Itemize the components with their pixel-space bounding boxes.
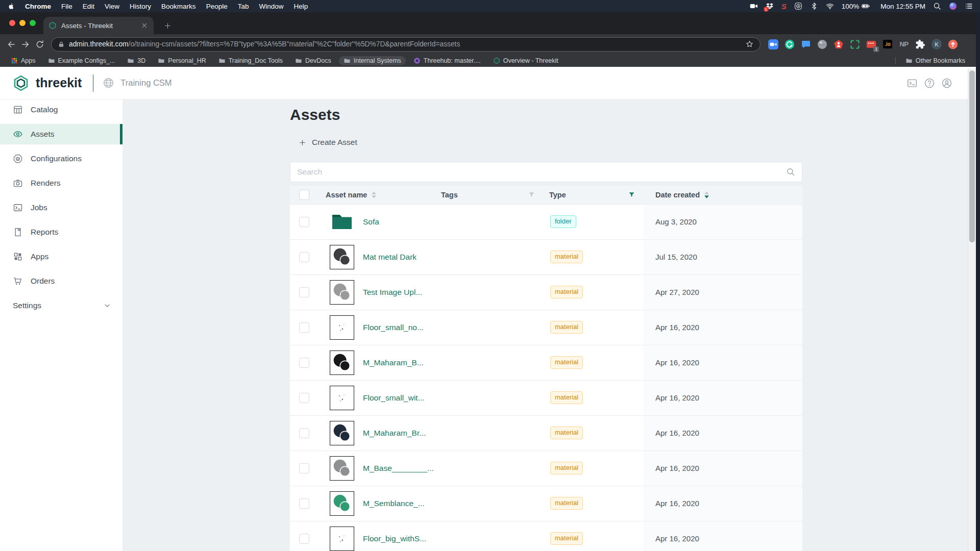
table-row[interactable]: M_Maharam_B... material Apr 16, 2020 [290,345,802,381]
asset-name-link[interactable]: Floor_small_no... [363,323,424,332]
sidebar-item-apps[interactable]: Apps [0,246,122,267]
row-checkbox[interactable] [299,217,309,227]
row-checkbox[interactable] [299,428,309,438]
other-bookmarks[interactable]: Other Bookmarks [901,56,970,65]
dropbox-icon[interactable]: 1 [766,2,774,10]
sidebar-item-jobs[interactable]: Jobs [0,197,122,218]
search-input[interactable] [297,167,786,177]
row-checkbox[interactable] [299,463,309,473]
sidebar-item-configurations[interactable]: Configurations [0,148,122,169]
menu-people[interactable]: People [206,3,228,10]
org-switcher[interactable]: Training CSM [103,77,172,89]
control-list-icon[interactable] [965,2,973,10]
ext-update-icon[interactable] [948,39,958,49]
column-header-date-created[interactable]: Date created [643,186,802,204]
asset-name-link[interactable]: Test Image Upl... [363,288,422,297]
video-camera-icon[interactable] [750,2,758,10]
table-row[interactable]: M_Semblance_... material Apr 16, 2020 [290,486,802,521]
io-extension-icon[interactable]: .io [883,39,893,49]
type-filter-icon-active[interactable] [628,191,635,198]
bookmark-internal-systems[interactable]: Internal Systems [339,56,406,65]
sort-carets[interactable] [372,191,376,198]
asset-name-link[interactable]: M_Maharam_Br... [363,429,426,438]
ext-zoom-icon[interactable] [768,39,778,49]
bookmark-example-configs-[interactable]: Example Configs_... [43,56,120,65]
asset-name-link[interactable]: Sofa [363,217,379,227]
bookmark-overview-threekit[interactable]: Overview - Threekit [488,56,563,65]
bookmark-star-icon[interactable] [745,40,754,48]
wifi-icon[interactable] [826,2,834,10]
ext-deathstar-icon[interactable] [817,39,827,49]
row-checkbox[interactable] [299,534,309,544]
bookmark-training-doc-tools[interactable]: Training_Doc Tools [214,56,287,65]
menu-bookmarks[interactable]: Bookmarks [161,3,196,10]
row-checkbox[interactable] [299,393,309,403]
sidebar-item-catalog[interactable]: Catalog [0,99,122,120]
menu-edit[interactable]: Edit [83,3,94,10]
ext-chat-icon[interactable] [801,39,811,49]
row-checkbox[interactable] [299,252,309,262]
asset-name-link[interactable]: M_Maharam_B... [363,358,424,367]
menu-view[interactable]: View [105,3,119,10]
menu-help[interactable]: Help [293,3,308,10]
browser-tab[interactable]: Assets - Threekit [43,17,154,34]
menu-tab[interactable]: Tab [238,3,249,10]
table-row[interactable]: Mat metal Dark material Jul 15, 2020 [290,240,802,275]
row-checkbox[interactable] [299,358,309,368]
help-icon[interactable] [924,78,935,89]
sidebar-item-assets[interactable]: Assets [0,124,122,144]
table-row[interactable]: Floor_small_wit... material Apr 16, 2020 [290,381,802,416]
table-row[interactable]: Floor_small_no... material Apr 16, 2020 [290,310,802,345]
battery-indicator[interactable]: 100% [842,2,873,10]
table-row[interactable]: Sofa folder Aug 3, 2020 [290,205,802,240]
sort-carets[interactable] [704,191,709,198]
asset-name-link[interactable]: Mat metal Dark [363,253,416,262]
s-logo-icon[interactable]: S [781,2,787,11]
profile-avatar[interactable]: K [932,39,942,49]
minimize-window-button[interactable] [19,20,26,26]
back-button[interactable] [4,37,18,52]
close-window-button[interactable] [9,20,15,26]
table-row[interactable]: Floor_big_withS... material Apr 16, 2020 [290,521,802,551]
spotlight-icon[interactable] [933,2,941,10]
menu-chrome[interactable]: Chrome [25,3,51,10]
address-bar[interactable]: admin.threekit.com/o/training-csm/assets… [51,37,761,52]
sidebar-item-orders[interactable]: Orders [0,271,122,291]
column-header-asset-name[interactable]: Asset name [316,186,441,204]
ext-redshield-icon[interactable] [834,39,844,49]
maximize-window-button[interactable] [30,20,36,26]
apple-icon[interactable] [7,3,15,10]
search-icon[interactable] [786,167,795,177]
row-checkbox[interactable] [299,287,309,297]
bluetooth-icon[interactable] [810,2,818,10]
table-row[interactable]: Test Image Upl... material Apr 27, 2020 [290,275,802,310]
puzzle-icon[interactable] [915,39,925,49]
bookmark-apps[interactable]: Apps [6,56,40,65]
asset-name-link[interactable]: Floor_big_withS... [363,534,426,543]
table-row[interactable]: M_Maharam_Br... material Apr 16, 2020 [290,416,802,451]
menubar-clock[interactable]: Mon 12:55 PM [880,3,925,10]
console-icon[interactable] [906,78,918,89]
menu-file[interactable]: File [61,3,72,10]
forward-button[interactable] [18,37,33,52]
row-checkbox[interactable] [299,322,309,333]
table-row[interactable]: M_Base________... material Apr 16, 2020 [290,451,802,486]
select-all-checkbox[interactable] [299,190,309,200]
ext-capture-icon[interactable] [850,39,860,49]
reload-button[interactable] [33,37,47,52]
np-extension-icon[interactable]: NP [899,39,909,49]
asset-name-link[interactable]: M_Semblance_... [363,499,425,508]
create-asset-button[interactable]: Create Asset [299,138,357,147]
record-circle-icon[interactable] [794,2,802,10]
menu-history[interactable]: History [130,3,151,10]
account-icon[interactable] [941,78,952,89]
sidebar-item-settings[interactable]: Settings [0,295,122,316]
threekit-brand[interactable]: threekit [0,74,82,92]
sidebar-item-renders[interactable]: Renders [0,173,122,193]
asset-name-link[interactable]: Floor_small_wit... [363,393,425,403]
menu-window[interactable]: Window [259,3,283,10]
tags-filter-icon[interactable] [528,191,535,198]
row-checkbox[interactable] [299,498,309,509]
ext-grammarly-icon[interactable] [785,39,795,49]
siri-icon[interactable] [949,2,957,10]
